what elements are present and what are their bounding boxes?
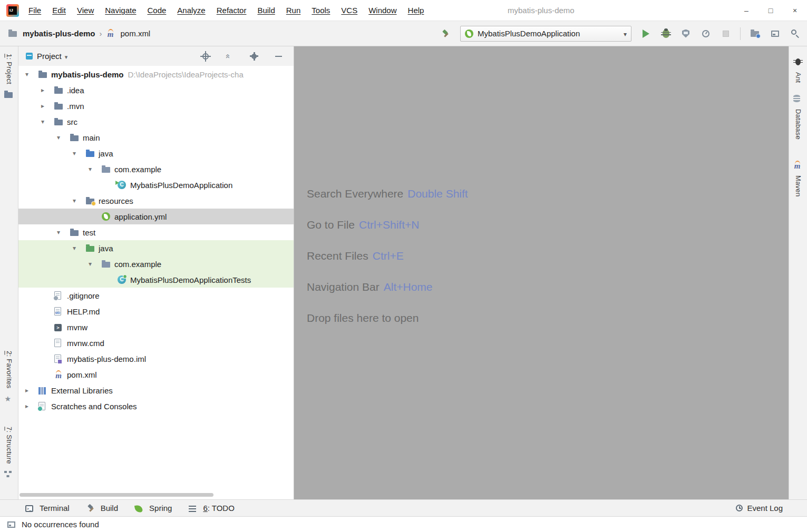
toolwindow-button-event-log[interactable]: Event Log [736, 504, 783, 513]
run-configuration-select[interactable]: MybatisPlusDemoApplication [460, 26, 631, 42]
build-project-button[interactable] [440, 28, 452, 40]
chevron-right-icon[interactable]: ▸ [40, 102, 54, 110]
tree-item-label: .idea [67, 86, 84, 95]
tree-item-java[interactable]: ▾java [18, 145, 294, 161]
breadcrumb-project[interactable]: mybatis-plus-demo [23, 29, 95, 38]
tree-item-com-example[interactable]: ▾com.example [18, 161, 294, 177]
tree-item-idea[interactable]: ▸.idea [18, 82, 294, 98]
menu-item-file[interactable]: File [28, 6, 41, 15]
tree-item-scratches-and-consoles[interactable]: ▸Scratches and Consoles [18, 398, 294, 414]
stop-button[interactable] [720, 28, 732, 40]
coverage-button[interactable] [680, 28, 692, 40]
tree-item-test[interactable]: ▾test [18, 224, 294, 240]
minimize-button[interactable]: – [734, 0, 759, 21]
chevron-down-icon[interactable]: ▾ [40, 118, 54, 125]
toolbar-divider [740, 27, 741, 40]
toolwindow-toggle-icon[interactable] [7, 521, 15, 528]
tree-item-application-yml[interactable]: application.yml [18, 209, 294, 224]
search-everywhere-button[interactable] [789, 28, 801, 40]
toolwindow-button-project[interactable]: 1: Project [0, 54, 18, 100]
tree-item-external-libraries[interactable]: ▸External Libraries [18, 382, 294, 398]
toolwindow-button-maven[interactable]: Maven [789, 160, 807, 197]
menu-item-run[interactable]: Run [286, 6, 301, 15]
star-icon [4, 395, 13, 403]
tree-item-label: pom.xml [67, 370, 97, 379]
settings-button[interactable] [248, 51, 260, 62]
chevron-right-icon[interactable]: ▸ [24, 402, 38, 410]
toolwindow-button-build[interactable]: Build [86, 504, 118, 513]
left-toolwindow-stripe: 1: Project2: Favorites7: Structure [0, 46, 18, 499]
toolwindow-button-ant[interactable]: Ant [789, 57, 807, 83]
chevron-down-icon[interactable]: ▾ [87, 165, 102, 173]
menu-item-code[interactable]: Code [147, 6, 166, 15]
tree-item-main[interactable]: ▾main [18, 130, 294, 145]
tree-item-help-md[interactable]: HELP.md [18, 303, 294, 319]
menu-item-window[interactable]: Window [368, 6, 396, 15]
project-view-dropdown[interactable]: Project [33, 52, 67, 61]
bug-icon [663, 29, 669, 38]
profiler-button[interactable] [700, 28, 712, 40]
menu-item-navigate[interactable]: Navigate [105, 6, 136, 15]
tree-item-mybatisplusdemoapplicationtests[interactable]: MybatisPlusDemoApplicationTests [18, 272, 294, 288]
console-icon [54, 324, 62, 331]
menu-item-edit[interactable]: Edit [52, 6, 66, 15]
menu-item-vcs[interactable]: VCS [341, 6, 357, 15]
toolwindow-button-terminal[interactable]: Terminal [25, 504, 70, 513]
horizontal-scrollbar[interactable] [20, 493, 213, 497]
menu-item-refactor[interactable]: Refactor [217, 6, 247, 15]
tree-item-resources[interactable]: ▾resources [18, 193, 294, 209]
chevron-down-icon[interactable]: ▾ [71, 150, 86, 157]
toolwindow-button-todo[interactable]: 6: TODO [189, 504, 234, 513]
menu-item-build[interactable]: Build [257, 6, 275, 15]
tree-item-mvn[interactable]: ▸.mvn [18, 98, 294, 114]
menu-item-tools[interactable]: Tools [312, 6, 330, 15]
folder-icon [38, 72, 47, 78]
tree-item-label: com.example [114, 165, 161, 174]
breadcrumb-file[interactable]: pom.xml [121, 29, 151, 38]
tree-item-mybatisplusdemoapplication[interactable]: MybatisPlusDemoApplication [18, 177, 294, 193]
tree-item-mvnw-cmd[interactable]: mvnw.cmd [18, 335, 294, 351]
chevron-right-icon[interactable]: ▸ [40, 86, 54, 94]
locate-file-button[interactable] [200, 51, 211, 62]
chevron-down-icon[interactable]: ▾ [71, 244, 86, 252]
hint-shortcut: Alt+Home [384, 281, 433, 293]
tree-item-mybatis-plus-demo-iml[interactable]: mybatis-plus-demo.iml [18, 351, 294, 367]
intellij-logo-icon [6, 4, 19, 17]
tree-item-mybatis-plus-demo[interactable]: ▾mybatis-plus-demoD:\IdeaProjects\IdeaPr… [18, 66, 294, 82]
chevron-down-icon[interactable]: ▾ [55, 229, 70, 236]
tree-item-src[interactable]: ▾src [18, 114, 294, 130]
menu-item-help[interactable]: Help [408, 6, 424, 15]
hide-panel-button[interactable] [273, 51, 284, 62]
tree-item-mvnw[interactable]: mvnw [18, 319, 294, 335]
toolwindow-button-spring[interactable]: Spring [135, 504, 172, 513]
chevron-right-icon[interactable]: ▸ [24, 387, 38, 394]
toolwindow-button-favorites[interactable]: 2: Favorites [0, 351, 18, 404]
debug-button[interactable] [660, 28, 672, 40]
chevron-down-icon[interactable]: ▾ [87, 260, 102, 268]
tree-item-label: mybatis-plus-demo.iml [67, 354, 146, 363]
package-icon [102, 262, 110, 268]
chevron-down-icon[interactable]: ▾ [71, 197, 86, 204]
menu-item-analyze[interactable]: Analyze [177, 6, 205, 15]
run-button[interactable] [640, 28, 652, 40]
menu-item-view[interactable]: View [77, 6, 94, 15]
stripe-label: Maven [794, 175, 802, 197]
folder-res-icon [86, 199, 94, 204]
chevron-down-icon[interactable]: ▾ [55, 134, 70, 141]
database-icon [793, 95, 800, 102]
toolwindow-button-structure[interactable]: 7: Structure [0, 427, 18, 479]
toolwindow-button-database[interactable]: Database [789, 94, 807, 140]
tree-item-pom-xml[interactable]: pom.xml [18, 367, 294, 382]
close-button[interactable]: × [783, 0, 807, 21]
tree-item-label: .mvn [67, 102, 84, 111]
maximize-button[interactable]: □ [759, 0, 783, 21]
tree-item-gitignore[interactable]: .gitignore [18, 288, 294, 303]
restore-layout-button[interactable] [769, 28, 781, 40]
chevron-down-icon[interactable]: ▾ [24, 71, 38, 78]
project-structure-button[interactable] [749, 28, 761, 40]
class-test-icon [118, 275, 126, 284]
collapse-all-button[interactable] [224, 51, 236, 62]
tree-item-com-example[interactable]: ▾com.example [18, 256, 294, 272]
tree-item-label: src [67, 117, 77, 126]
tree-item-java[interactable]: ▾java [18, 240, 294, 256]
